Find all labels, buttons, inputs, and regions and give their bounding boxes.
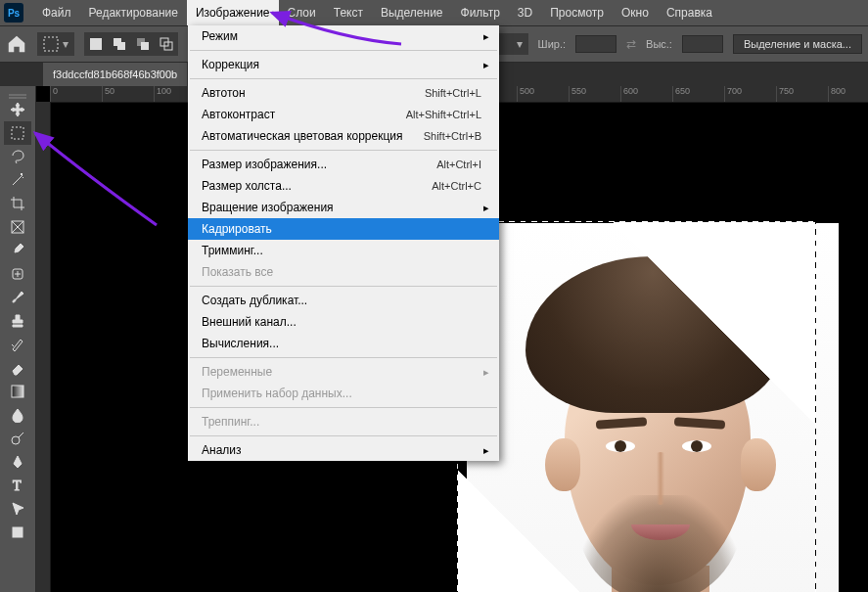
eraser-tool-icon[interactable] <box>4 356 31 380</box>
panel-grip-icon[interactable] <box>5 90 30 98</box>
menu-item[interactable]: Тримминг... <box>188 240 499 261</box>
menu-item-label: Показать все <box>202 265 273 279</box>
menu-item-label: Размер изображения... <box>202 158 327 171</box>
pen-tool-icon[interactable] <box>4 450 31 474</box>
menu-item[interactable]: Кадрировать <box>188 218 499 240</box>
eyedropper-tool-icon[interactable] <box>4 239 31 262</box>
menu-item-label: Автоконтраст <box>202 108 275 121</box>
menubar: Ps ФайлРедактированиеИзображениеСлоиТекс… <box>0 0 868 26</box>
menu-item[interactable]: Вычисления... <box>188 333 499 354</box>
menu-справка[interactable]: Справка <box>658 0 721 25</box>
tools-panel: T <box>0 86 36 592</box>
menu-item-label: Переменные <box>202 365 272 379</box>
menu-item[interactable]: Размер изображения...Alt+Ctrl+I <box>188 154 499 175</box>
select-and-mask-button[interactable]: Выделение и маска... <box>733 34 862 54</box>
menu-item-label: Кадрировать <box>202 222 272 236</box>
height-input[interactable] <box>682 35 723 53</box>
menu-просмотр[interactable]: Просмотр <box>541 0 613 25</box>
menu-item[interactable]: Коррекция <box>188 54 499 75</box>
menu-item[interactable]: Внешний канал... <box>188 311 499 333</box>
history-brush-tool-icon[interactable] <box>4 333 31 356</box>
menu-separator <box>190 407 497 408</box>
menu-item-label: Создать дубликат... <box>202 294 307 307</box>
marquee-shape-icon[interactable]: ▾ <box>37 32 74 56</box>
svg-rect-0 <box>44 37 58 51</box>
menu-shortcut: Shift+Ctrl+B <box>424 130 481 142</box>
menu-item-label: Автотон <box>202 86 246 100</box>
marquee-tool-icon[interactable] <box>4 121 31 145</box>
menu-файл[interactable]: Файл <box>33 0 80 25</box>
crop-tool-icon[interactable] <box>4 192 31 215</box>
menu-слои[interactable]: Слои <box>279 0 325 25</box>
menu-shortcut: Shift+Ctrl+L <box>425 87 481 99</box>
blur-tool-icon[interactable] <box>4 403 31 427</box>
menu-редактирование[interactable]: Редактирование <box>80 0 187 25</box>
menu-separator <box>190 357 497 358</box>
menu-item-label: Применить набор данных... <box>202 387 352 400</box>
stamp-tool-icon[interactable] <box>4 309 31 333</box>
menu-item: Применить набор данных... <box>188 383 499 404</box>
healing-tool-icon[interactable] <box>4 262 31 286</box>
type-tool-icon[interactable]: T <box>4 474 31 497</box>
move-tool-icon[interactable] <box>4 98 31 121</box>
menu-separator <box>190 50 497 51</box>
menu-item[interactable]: Вращение изображения <box>188 197 499 218</box>
selection-marquee <box>457 221 816 592</box>
menu-separator <box>190 78 497 79</box>
frame-tool-icon[interactable] <box>4 215 31 239</box>
height-label: Выс.: <box>646 38 672 50</box>
menu-item[interactable]: Размер холста...Alt+Ctrl+C <box>188 175 499 197</box>
menu-изображение[interactable]: Изображение <box>187 0 279 25</box>
menu-item[interactable]: Анализ <box>188 439 499 461</box>
menu-item[interactable]: АвтотонShift+Ctrl+L <box>188 82 499 104</box>
home-icon[interactable] <box>6 33 27 55</box>
image-menu-dropdown: РежимКоррекцияАвтотонShift+Ctrl+LАвтокон… <box>188 25 499 461</box>
width-input[interactable] <box>575 35 617 53</box>
menu-item-label: Автоматическая цветовая коррекция <box>202 129 403 143</box>
menu-item: Показать все <box>188 261 499 283</box>
svg-rect-1 <box>90 38 102 50</box>
menu-текст[interactable]: Текст <box>325 0 372 25</box>
svg-rect-3 <box>117 42 125 50</box>
swap-icon[interactable]: ⇄ <box>626 37 636 51</box>
ruler-vertical <box>36 102 51 592</box>
menu-3d[interactable]: 3D <box>509 0 541 25</box>
menu-item[interactable]: Автоматическая цветовая коррекцияShift+C… <box>188 125 499 147</box>
svg-rect-10 <box>12 127 23 139</box>
menu-выделение[interactable]: Выделение <box>372 0 452 25</box>
mode-add-icon[interactable] <box>108 32 131 56</box>
menu-item-label: Размер холста... <box>202 179 292 193</box>
menu-separator <box>190 286 497 287</box>
brush-tool-icon[interactable] <box>4 286 31 309</box>
svg-rect-16 <box>13 527 23 537</box>
menu-окно[interactable]: Окно <box>613 0 658 25</box>
mode-intersect-icon[interactable] <box>155 32 178 56</box>
dodge-tool-icon[interactable] <box>4 427 31 450</box>
menu-item: Треппинг... <box>188 411 499 433</box>
menu-shortcut: Alt+Shift+Ctrl+L <box>406 109 481 120</box>
menu-item[interactable]: АвтоконтрастAlt+Shift+Ctrl+L <box>188 104 499 125</box>
menu-separator <box>190 435 497 436</box>
app-logo-icon: Ps <box>4 3 23 23</box>
mode-sub-icon[interactable] <box>131 32 155 56</box>
wand-tool-icon[interactable] <box>4 168 31 192</box>
menu-item-label: Вращение изображения <box>202 201 334 214</box>
lasso-tool-icon[interactable] <box>4 145 31 168</box>
document-tab[interactable]: f3ddccfd81b668f46b3f00b <box>43 63 187 86</box>
menu-separator <box>190 150 497 151</box>
menu-shortcut: Alt+Ctrl+C <box>432 180 481 192</box>
menu-item[interactable]: Режим <box>188 25 499 47</box>
gradient-tool-icon[interactable] <box>4 380 31 403</box>
menu-item-label: Режим <box>202 29 238 43</box>
path-select-tool-icon[interactable] <box>4 497 31 521</box>
menu-item[interactable]: Создать дубликат... <box>188 290 499 311</box>
svg-rect-13 <box>12 386 23 397</box>
menu-item-label: Анализ <box>202 443 242 457</box>
menu-item-label: Треппинг... <box>202 415 259 429</box>
menu-фильтр[interactable]: Фильтр <box>452 0 509 25</box>
menu-item-label: Тримминг... <box>202 244 263 257</box>
shape-tool-icon[interactable] <box>4 521 31 544</box>
svg-point-14 <box>12 436 20 444</box>
mode-new-icon[interactable] <box>84 32 108 56</box>
width-label: Шир.: <box>538 38 566 50</box>
